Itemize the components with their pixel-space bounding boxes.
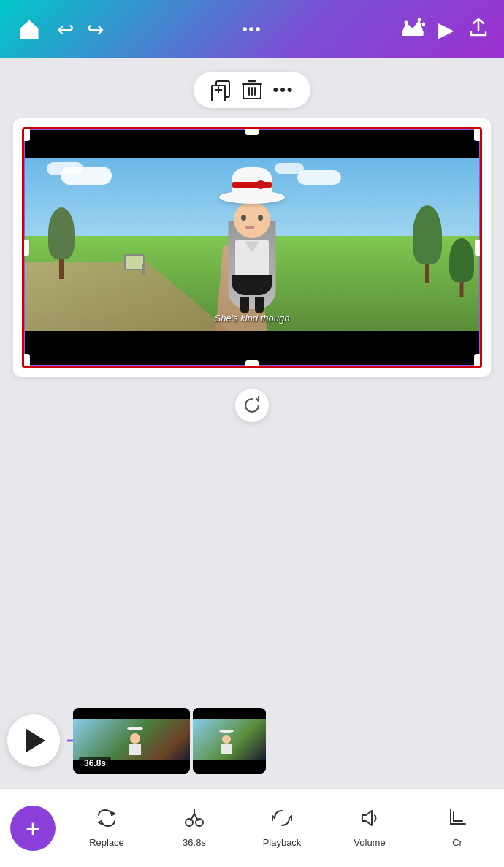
scene-content <box>24 158 480 331</box>
svg-point-3 <box>417 18 421 21</box>
volume-tool[interactable]: Volume <box>350 808 390 848</box>
more-options-button[interactable]: ••• <box>272 80 294 99</box>
playback-tool[interactable]: Playback <box>262 808 302 848</box>
play-button[interactable] <box>7 714 60 767</box>
handle-top-center[interactable] <box>245 128 259 135</box>
top-bar-center: ••• <box>242 21 261 38</box>
handle-middle-right[interactable] <box>475 240 482 256</box>
top-bar-right: ▶ <box>400 16 489 43</box>
svg-point-14 <box>196 819 203 826</box>
crown-icon[interactable] <box>400 17 425 42</box>
scissors-icon <box>183 808 205 833</box>
video-scene: She's kind though <box>24 129 480 366</box>
handle-middle-left[interactable] <box>22 240 29 256</box>
bottom-toolbar: + Replace <box>0 788 504 867</box>
handle-bottom-left[interactable] <box>23 354 30 367</box>
duration-label: 36.8s <box>183 837 206 848</box>
delete-button[interactable] <box>242 79 262 101</box>
video-canvas[interactable]: She's kind though <box>22 127 482 368</box>
clip-thumbnail-1[interactable]: 36.8s <box>73 708 190 774</box>
replace-icon <box>96 808 118 833</box>
plus-icon: + <box>26 816 40 841</box>
svg-rect-1 <box>402 33 424 36</box>
undo-button[interactable]: ↩ <box>57 18 74 42</box>
replace-tool[interactable]: Replace <box>87 808 127 848</box>
clip-thumbnail-2[interactable] <box>193 708 266 774</box>
handle-top-right[interactable] <box>474 128 481 141</box>
svg-rect-0 <box>26 33 32 39</box>
preview-play-button[interactable]: ▶ <box>438 18 454 42</box>
play-triangle-icon <box>26 729 45 752</box>
playback-icon <box>270 808 294 833</box>
timeline-clips: 36.8s <box>73 708 266 774</box>
volume-icon <box>359 808 381 833</box>
redo-button[interactable]: ↪ <box>87 18 104 42</box>
bottom-tools: Replace 36.8s <box>63 808 501 848</box>
crop-tool[interactable]: Cr <box>438 808 478 848</box>
subtitle-text: She's kind though <box>215 313 290 324</box>
canvas-container: She's kind though <box>13 118 491 377</box>
more-options-button[interactable]: ••• <box>242 21 261 38</box>
svg-line-16 <box>194 814 198 820</box>
svg-point-13 <box>186 819 193 826</box>
tree-left <box>47 206 76 279</box>
svg-line-15 <box>191 814 194 820</box>
character <box>208 191 296 322</box>
export-button[interactable] <box>467 16 489 43</box>
clip-duration-label: 36.8s <box>79 757 111 770</box>
timeline-track[interactable]: 36.8s <box>67 700 504 781</box>
copy-button[interactable] <box>210 79 232 101</box>
crop-icon <box>446 808 468 833</box>
element-toolbar: ••• <box>0 58 504 118</box>
add-button[interactable]: + <box>10 806 56 851</box>
timeline-area: 36.8s <box>0 693 504 788</box>
volume-label: Volume <box>354 837 385 848</box>
rotate-button[interactable] <box>235 389 269 422</box>
duration-tool[interactable]: 36.8s <box>175 808 215 848</box>
svg-point-2 <box>404 20 408 24</box>
playback-label: Playback <box>263 837 302 848</box>
svg-point-4 <box>421 22 425 26</box>
top-bar-left: ↩ ↪ <box>15 15 104 43</box>
replace-label: Replace <box>89 837 124 848</box>
handle-bottom-center[interactable] <box>245 360 259 367</box>
home-button[interactable] <box>15 15 44 43</box>
top-navigation-bar: ↩ ↪ ••• ▶ <box>0 0 504 58</box>
crop-label: Cr <box>452 837 462 848</box>
rotate-button-area <box>0 377 504 429</box>
handle-bottom-right[interactable] <box>474 354 481 367</box>
handle-top-left[interactable] <box>23 128 30 141</box>
toolbar-pill: ••• <box>194 72 310 108</box>
